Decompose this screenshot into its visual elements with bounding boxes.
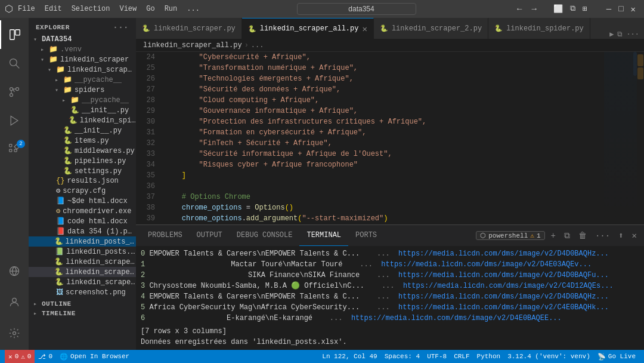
sidebar-item-scrapy-cfg[interactable]: ▸ ⚙ scrapy.cfg [29, 186, 136, 196]
status-go-live[interactable]: 📡 Go Live [594, 350, 639, 363]
menu-run[interactable]: Run [165, 5, 178, 13]
more-actions-btn[interactable]: ··· [626, 30, 639, 39]
xlsx-label: linkedin_posts.xlsx [66, 248, 136, 256]
tab-close-btn[interactable]: ✕ [362, 24, 367, 34]
code-editor: 24 25 26 27 28 29 30 31 32 33 34 35 36 3… [136, 52, 644, 224]
panel-tab-problems[interactable]: PROBLEMS [141, 225, 190, 246]
menu-selection[interactable]: Selection [72, 5, 110, 13]
ln-31: 31 [141, 127, 155, 138]
panel-tab-debug-console[interactable]: DEBUG CONSOLE [230, 225, 300, 246]
sidebar: EXPLORER ··· ▾ DATA354 ▸ 📁 .venv ▾ 📁 lin… [29, 18, 136, 350]
sidebar-item-dollar-docx[interactable]: ▸ 📘 ~$de html.docx [29, 196, 136, 206]
code-line-32: "FinTech + Sécurité + Afrique", [165, 138, 599, 149]
nav-back[interactable]: ← [513, 4, 525, 14]
panel-add-terminal[interactable]: + [549, 231, 558, 241]
status-language[interactable]: Python [473, 350, 504, 363]
run-file-icon[interactable]: ▶ [609, 30, 614, 39]
sidebar-item-settings[interactable]: ▸ 🐍 settings.py [29, 166, 136, 176]
status-line-ending[interactable]: CRLF [450, 350, 473, 363]
sidebar-item-posts-multi[interactable]: ▸ 🐍 linkedin_posts_multi... [29, 236, 136, 247]
activity-accounts[interactable] [0, 288, 29, 316]
code-line-24: "Cybersécurité + Afrique", [165, 52, 599, 63]
panel-kill-terminal[interactable]: 🗑 [576, 231, 589, 241]
split-editor-icon[interactable]: ⧉ [566, 4, 579, 14]
menu-file[interactable]: File [18, 5, 35, 13]
breadcrumb-more[interactable]: ... [251, 41, 264, 50]
menu-view[interactable]: View [119, 5, 137, 13]
code-token: "Protection des infrastructures critique… [165, 116, 426, 127]
panel-tab-ports[interactable]: PORTS [348, 225, 384, 246]
panel-split-terminal[interactable]: ⧉ [562, 231, 572, 241]
maximize-btn[interactable]: □ [615, 4, 627, 14]
activity-run-debug[interactable] [0, 106, 29, 135]
activity-remote[interactable] [0, 257, 29, 285]
sidebar-item-init-spiders[interactable]: ▸ 🐍 __init__.py [29, 105, 136, 115]
tab-linkedin-scraper-2[interactable]: 🐍 linkedin_scraper_2.py [374, 18, 488, 39]
activity-extensions[interactable]: 2 [0, 135, 29, 164]
sidebar-item-pipelines[interactable]: ▸ 🐍 pipelines.py [29, 156, 136, 166]
terminal-content[interactable]: 0 EMPOWER Talents & Careers\nEMPOWER Tal… [136, 246, 644, 350]
sidebar-item-spiders[interactable]: ▾ 📁 spiders [29, 85, 136, 95]
sidebar-item-results-json[interactable]: ▸ {} results.json [29, 176, 136, 186]
sidebar-item-linkedin-scraper-sub[interactable]: ▾ 📁 linkedin_scraper [29, 64, 136, 75]
status-errors[interactable]: ✕ 0 ⚠ 0 [5, 350, 35, 363]
panel-maximize[interactable]: ⬆ [616, 230, 626, 241]
ln-36: 36 [141, 181, 155, 192]
layout-icon[interactable]: ⊞ [579, 4, 591, 14]
activity-source-control[interactable] [0, 78, 29, 106]
panel-more[interactable]: ··· [593, 231, 612, 241]
status-open-browser[interactable]: 🌐 Open In Browser [56, 350, 133, 363]
sidebar-outline[interactable]: ▸ OUTLINE [29, 300, 136, 308]
status-branch[interactable]: ⎇ 0 [35, 350, 56, 363]
sidebar-timeline[interactable]: ▸ TIMELINE [29, 309, 136, 318]
code-content[interactable]: "Cybersécurité + Afrique", "Transformati… [160, 52, 604, 224]
tab-label: linkedin_spider.py [506, 24, 584, 33]
sidebar-item-middlewares[interactable]: ▸ 🐍 middlewares.py [29, 146, 136, 156]
sidebar-item-scraper[interactable]: ▸ 🐍 linkedin_scraper.py [29, 277, 136, 287]
editor-layout-icon[interactable]: ⬜ [550, 4, 566, 14]
status-version[interactable]: 3.12.4 ('venv': venv) [504, 350, 594, 363]
sidebar-item-items[interactable]: ▸ 🐍 items.py [29, 136, 136, 146]
sidebar-item-linkedin-scraper[interactable]: ▾ 📁 linkedin_scraper [29, 54, 136, 64]
panel-tab-output[interactable]: OUTPUT [190, 225, 230, 246]
menu-edit[interactable]: Edit [45, 5, 62, 13]
sidebar-root[interactable]: ▾ DATA354 [29, 35, 136, 44]
split-editor-btn[interactable]: ⧉ [617, 30, 623, 39]
tab-linkedin-scraper[interactable]: 🐍 linkedin_scraper.py [136, 18, 242, 39]
activity-explorer[interactable] [0, 20, 29, 49]
status-line-col[interactable]: Ln 122, Col 49 [318, 350, 380, 363]
panel-tab-terminal[interactable]: TERMINAL [299, 225, 348, 246]
nav-forward[interactable]: → [528, 4, 540, 14]
tab-linkedin-scraper-all[interactable]: 🐍 linkedin_scraper_all.py ✕ [242, 18, 374, 39]
sidebar-item-code-docx[interactable]: ▸ 📘 code html.docx [29, 216, 136, 226]
root-arrow: ▾ [33, 36, 41, 43]
activity-search[interactable] [0, 49, 29, 78]
tab-linkedin-spider[interactable]: 🐍 linkedin_spider.py [488, 18, 590, 39]
sidebar-item-scraper-all[interactable]: ▸ 🐍 linkedin_scraper_all.py [29, 267, 136, 277]
title-search-input[interactable] [297, 3, 416, 15]
close-btn[interactable]: ✕ [627, 4, 639, 14]
sidebar-menu-icon[interactable]: ··· [113, 23, 129, 32]
sidebar-item-chromedriver[interactable]: ▸ ⚙ chromedriver.exe [29, 206, 136, 216]
menu-extra[interactable]: ... [187, 5, 200, 13]
minimize-btn[interactable]: — [603, 4, 615, 14]
breadcrumb-file[interactable]: linkedin_scraper_all.py [143, 41, 242, 50]
nav-controls: ← → [513, 4, 540, 14]
status-encoding[interactable]: UTF-8 [423, 350, 450, 363]
code-token: chrome_options [165, 213, 242, 224]
sidebar-item-linkedin-spider[interactable]: ▸ 🐍 linkedin_spider.py [29, 115, 136, 125]
sidebar-item-xlsx[interactable]: ▸ 📗 linkedin_posts.xlsx [29, 247, 136, 257]
sidebar-item-venv[interactable]: ▸ 📁 .venv [29, 44, 136, 54]
sidebar-item-pycache[interactable]: ▸ 📁 __pycache__ [29, 75, 136, 85]
sidebar-item-screenshot[interactable]: ▸ 🖼 screenshot.png [29, 287, 136, 297]
menu-go[interactable]: Go [146, 5, 154, 13]
sidebar-item-init-ll[interactable]: ▸ 🐍 __init__.py [29, 125, 136, 136]
open-browser-icon: 🌐 [60, 353, 68, 361]
status-spaces[interactable]: Spaces: 4 [381, 350, 423, 363]
sidebar-item-spiders-pycache[interactable]: ▸ 📁 __pycache__ [29, 95, 136, 105]
sidebar-item-pdf[interactable]: ▸ 📕 data 354 (1).pdf [29, 226, 136, 236]
sidebar-item-scraper2[interactable]: ▸ 🐍 linkedin_scraper_2.py [29, 257, 136, 267]
activity-settings[interactable] [0, 319, 29, 347]
tab-label: linkedin_scraper_all.py [260, 24, 359, 33]
panel-close[interactable]: ✕ [630, 230, 639, 241]
